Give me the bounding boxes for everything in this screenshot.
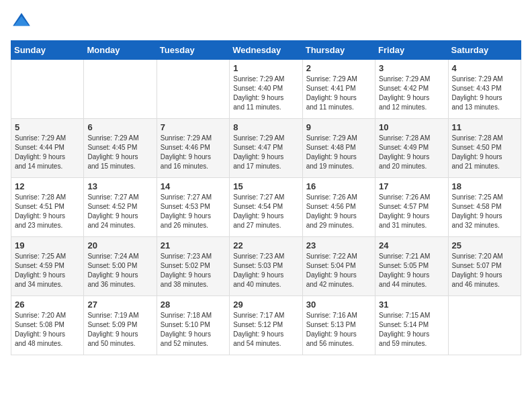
day-number: 30 <box>306 300 371 310</box>
calendar-table: SundayMondayTuesdayWednesdayThursdayFrid… <box>11 40 521 355</box>
day-number: 28 <box>161 300 226 310</box>
weekday-header-friday: Friday <box>375 41 448 60</box>
day-info: Sunrise: 7:29 AM Sunset: 4:47 PM Dayligh… <box>233 134 298 171</box>
day-number: 11 <box>452 122 517 132</box>
day-number: 9 <box>306 122 371 132</box>
day-number: 24 <box>379 240 444 250</box>
calendar-cell: 14Sunrise: 7:27 AM Sunset: 4:53 PM Dayli… <box>157 178 229 237</box>
calendar-cell: 7Sunrise: 7:29 AM Sunset: 4:46 PM Daylig… <box>157 119 229 178</box>
day-number: 21 <box>161 240 226 250</box>
day-info: Sunrise: 7:28 AM Sunset: 4:51 PM Dayligh… <box>15 193 80 230</box>
calendar-body: 1Sunrise: 7:29 AM Sunset: 4:40 PM Daylig… <box>11 60 521 355</box>
calendar-cell <box>11 60 84 119</box>
calendar-cell: 13Sunrise: 7:27 AM Sunset: 4:52 PM Dayli… <box>84 178 157 237</box>
calendar-week-2: 5Sunrise: 7:29 AM Sunset: 4:44 PM Daylig… <box>11 119 521 178</box>
calendar-week-3: 12Sunrise: 7:28 AM Sunset: 4:51 PM Dayli… <box>11 178 521 237</box>
day-info: Sunrise: 7:29 AM Sunset: 4:43 PM Dayligh… <box>452 75 517 112</box>
calendar-cell <box>157 60 229 119</box>
day-number: 8 <box>233 122 298 132</box>
day-info: Sunrise: 7:23 AM Sunset: 5:03 PM Dayligh… <box>233 252 298 289</box>
day-info: Sunrise: 7:20 AM Sunset: 5:08 PM Dayligh… <box>15 311 80 349</box>
calendar-cell: 4Sunrise: 7:29 AM Sunset: 4:43 PM Daylig… <box>448 60 521 119</box>
logo <box>11 11 35 32</box>
calendar-cell: 10Sunrise: 7:28 AM Sunset: 4:49 PM Dayli… <box>375 119 448 178</box>
day-number: 3 <box>379 63 444 73</box>
weekday-header-saturday: Saturday <box>448 41 521 60</box>
day-info: Sunrise: 7:21 AM Sunset: 5:05 PM Dayligh… <box>379 252 444 289</box>
calendar-cell: 25Sunrise: 7:20 AM Sunset: 5:07 PM Dayli… <box>448 237 521 296</box>
calendar-cell: 29Sunrise: 7:17 AM Sunset: 5:12 PM Dayli… <box>230 296 302 355</box>
day-number: 13 <box>87 181 152 191</box>
calendar-cell: 30Sunrise: 7:16 AM Sunset: 5:13 PM Dayli… <box>302 296 375 355</box>
day-info: Sunrise: 7:17 AM Sunset: 5:12 PM Dayligh… <box>233 311 298 349</box>
day-info: Sunrise: 7:16 AM Sunset: 5:13 PM Dayligh… <box>306 311 371 349</box>
weekday-header-monday: Monday <box>84 41 157 60</box>
day-info: Sunrise: 7:24 AM Sunset: 5:00 PM Dayligh… <box>87 252 152 289</box>
day-number: 23 <box>306 240 371 250</box>
day-number: 12 <box>15 181 80 191</box>
calendar-cell: 18Sunrise: 7:25 AM Sunset: 4:58 PM Dayli… <box>448 178 521 237</box>
calendar-cell: 5Sunrise: 7:29 AM Sunset: 4:44 PM Daylig… <box>11 119 84 178</box>
day-info: Sunrise: 7:25 AM Sunset: 4:59 PM Dayligh… <box>15 252 80 289</box>
day-number: 5 <box>15 122 80 132</box>
weekday-row: SundayMondayTuesdayWednesdayThursdayFrid… <box>11 41 521 60</box>
day-info: Sunrise: 7:15 AM Sunset: 5:14 PM Dayligh… <box>379 311 444 349</box>
day-number: 10 <box>379 122 444 132</box>
day-info: Sunrise: 7:28 AM Sunset: 4:49 PM Dayligh… <box>379 134 444 171</box>
day-info: Sunrise: 7:28 AM Sunset: 4:50 PM Dayligh… <box>452 134 517 171</box>
calendar-cell: 26Sunrise: 7:20 AM Sunset: 5:08 PM Dayli… <box>11 296 84 355</box>
day-number: 29 <box>233 300 298 310</box>
day-number: 17 <box>379 181 444 191</box>
day-info: Sunrise: 7:27 AM Sunset: 4:52 PM Dayligh… <box>87 193 152 230</box>
calendar-header: SundayMondayTuesdayWednesdayThursdayFrid… <box>11 41 521 60</box>
calendar-cell <box>84 60 157 119</box>
day-number: 1 <box>233 63 298 73</box>
calendar-cell: 9Sunrise: 7:29 AM Sunset: 4:48 PM Daylig… <box>302 119 375 178</box>
weekday-header-tuesday: Tuesday <box>157 41 229 60</box>
day-info: Sunrise: 7:29 AM Sunset: 4:48 PM Dayligh… <box>306 134 371 171</box>
day-number: 20 <box>87 240 152 250</box>
calendar-cell: 17Sunrise: 7:26 AM Sunset: 4:57 PM Dayli… <box>375 178 448 237</box>
day-info: Sunrise: 7:27 AM Sunset: 4:54 PM Dayligh… <box>233 193 298 230</box>
logo-icon <box>11 11 32 32</box>
day-info: Sunrise: 7:29 AM Sunset: 4:44 PM Dayligh… <box>15 134 80 171</box>
calendar-cell: 16Sunrise: 7:26 AM Sunset: 4:56 PM Dayli… <box>302 178 375 237</box>
day-info: Sunrise: 7:27 AM Sunset: 4:53 PM Dayligh… <box>161 193 226 230</box>
day-info: Sunrise: 7:29 AM Sunset: 4:41 PM Dayligh… <box>306 75 371 112</box>
page-header <box>11 11 521 32</box>
calendar-cell: 27Sunrise: 7:19 AM Sunset: 5:09 PM Dayli… <box>84 296 157 355</box>
day-info: Sunrise: 7:19 AM Sunset: 5:09 PM Dayligh… <box>87 311 152 349</box>
day-number: 4 <box>452 63 517 73</box>
day-number: 2 <box>306 63 371 73</box>
calendar-cell: 2Sunrise: 7:29 AM Sunset: 4:41 PM Daylig… <box>302 60 375 119</box>
day-number: 22 <box>233 240 298 250</box>
calendar-cell <box>448 296 521 355</box>
day-number: 14 <box>161 181 226 191</box>
calendar-cell: 22Sunrise: 7:23 AM Sunset: 5:03 PM Dayli… <box>230 237 302 296</box>
calendar-cell: 19Sunrise: 7:25 AM Sunset: 4:59 PM Dayli… <box>11 237 84 296</box>
day-info: Sunrise: 7:29 AM Sunset: 4:42 PM Dayligh… <box>379 75 444 112</box>
calendar-cell: 21Sunrise: 7:23 AM Sunset: 5:02 PM Dayli… <box>157 237 229 296</box>
calendar-cell: 3Sunrise: 7:29 AM Sunset: 4:42 PM Daylig… <box>375 60 448 119</box>
day-info: Sunrise: 7:22 AM Sunset: 5:04 PM Dayligh… <box>306 252 371 289</box>
day-info: Sunrise: 7:18 AM Sunset: 5:10 PM Dayligh… <box>161 311 226 349</box>
calendar-cell: 28Sunrise: 7:18 AM Sunset: 5:10 PM Dayli… <box>157 296 229 355</box>
calendar-cell: 11Sunrise: 7:28 AM Sunset: 4:50 PM Dayli… <box>448 119 521 178</box>
day-number: 15 <box>233 181 298 191</box>
day-info: Sunrise: 7:20 AM Sunset: 5:07 PM Dayligh… <box>452 252 517 289</box>
calendar-cell: 12Sunrise: 7:28 AM Sunset: 4:51 PM Dayli… <box>11 178 84 237</box>
calendar-cell: 20Sunrise: 7:24 AM Sunset: 5:00 PM Dayli… <box>84 237 157 296</box>
calendar-cell: 1Sunrise: 7:29 AM Sunset: 4:40 PM Daylig… <box>230 60 302 119</box>
day-number: 26 <box>15 300 80 310</box>
day-number: 16 <box>306 181 371 191</box>
day-number: 18 <box>452 181 517 191</box>
calendar-cell: 24Sunrise: 7:21 AM Sunset: 5:05 PM Dayli… <box>375 237 448 296</box>
day-info: Sunrise: 7:26 AM Sunset: 4:56 PM Dayligh… <box>306 193 371 230</box>
calendar-cell: 15Sunrise: 7:27 AM Sunset: 4:54 PM Dayli… <box>230 178 302 237</box>
day-info: Sunrise: 7:29 AM Sunset: 4:46 PM Dayligh… <box>161 134 226 171</box>
day-info: Sunrise: 7:23 AM Sunset: 5:02 PM Dayligh… <box>161 252 226 289</box>
calendar-week-1: 1Sunrise: 7:29 AM Sunset: 4:40 PM Daylig… <box>11 60 521 119</box>
calendar-cell: 31Sunrise: 7:15 AM Sunset: 5:14 PM Dayli… <box>375 296 448 355</box>
day-number: 27 <box>87 300 152 310</box>
day-number: 6 <box>87 122 152 132</box>
